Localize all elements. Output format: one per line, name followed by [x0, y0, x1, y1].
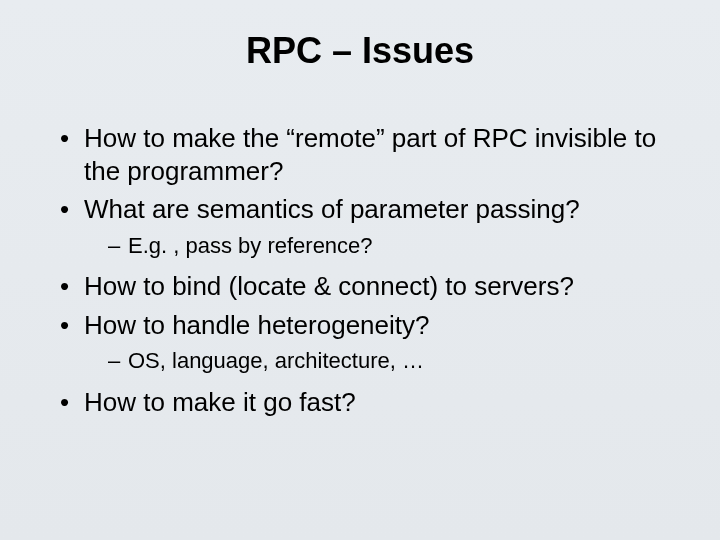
slide: RPC – Issues • How to make the “remote” …	[0, 0, 720, 540]
sub-bullet-item: – E.g. , pass by reference?	[108, 232, 680, 261]
sub-bullet-text: OS, language, architecture, …	[128, 347, 424, 376]
bullet-item: • How to make the “remote” part of RPC i…	[60, 122, 680, 187]
bullet-marker: •	[60, 309, 84, 342]
bullet-item: • How to bind (locate & connect) to serv…	[60, 270, 680, 303]
bullet-item: • How to make it go fast?	[60, 386, 680, 419]
bullet-text: How to handle heterogeneity?	[84, 309, 429, 342]
bullet-marker: •	[60, 122, 84, 187]
dash-marker: –	[108, 347, 128, 376]
bullet-text: How to make it go fast?	[84, 386, 356, 419]
bullet-text: How to make the “remote” part of RPC inv…	[84, 122, 680, 187]
bullet-item: • What are semantics of parameter passin…	[60, 193, 680, 226]
bullet-text: What are semantics of parameter passing?	[84, 193, 580, 226]
sub-bullet-item: – OS, language, architecture, …	[108, 347, 680, 376]
bullet-item: • How to handle heterogeneity?	[60, 309, 680, 342]
bullet-marker: •	[60, 270, 84, 303]
bullet-marker: •	[60, 193, 84, 226]
sub-bullet-text: E.g. , pass by reference?	[128, 232, 373, 261]
dash-marker: –	[108, 232, 128, 261]
bullet-marker: •	[60, 386, 84, 419]
slide-content: • How to make the “remote” part of RPC i…	[40, 122, 680, 418]
slide-title: RPC – Issues	[40, 30, 680, 72]
bullet-text: How to bind (locate & connect) to server…	[84, 270, 574, 303]
